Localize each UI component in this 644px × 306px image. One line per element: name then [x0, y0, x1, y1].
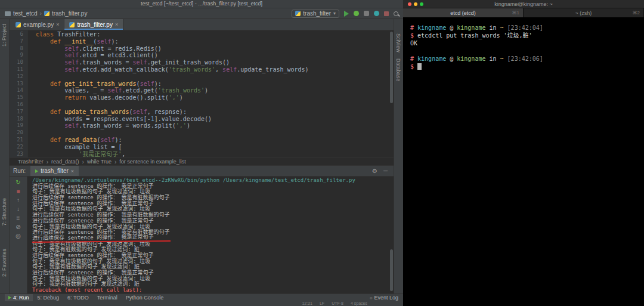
ide-titlebar: test_etcd [~/test_etcd] - .../trash_filt… — [0, 0, 403, 8]
breadcrumb-file[interactable]: trash_filter.py — [52, 10, 87, 17]
close-icon[interactable]: × — [71, 168, 74, 174]
run-toolbar-actions: trash_filter ▾ — [292, 10, 398, 18]
ide-navbar: test_etcd › trash_filter.py trash_filter… — [0, 8, 403, 19]
editor-area: example.py × trash_filter.py × 678910111… — [10, 19, 394, 293]
python-file-icon — [69, 22, 75, 27]
run-toolwindow-header: Run: trash_filter × ⚙ ─ — [10, 165, 394, 176]
run-tab-trash-filter[interactable]: trash_filter × — [30, 166, 79, 176]
indent-info[interactable]: 4 spaces — [351, 301, 367, 306]
run-console-toolbar: ↻ ■ ↑ ↓ ≡ ⊘ ◎ — [10, 177, 27, 293]
stop-button[interactable] — [384, 11, 389, 16]
ide-body: 1: Project 7: Structure 2: Favorites exa… — [0, 19, 403, 293]
minimize-icon[interactable]: ─ — [383, 168, 388, 174]
sidebar-item-structure[interactable]: 7: Structure — [1, 198, 7, 226]
screen: test_etcd [~/test_etcd] - .../trash_filt… — [0, 0, 644, 306]
run-toolwindow-title: Run: — [10, 168, 30, 174]
console-output[interactable]: /Users/kingname/.virtualenvs/test_etcd--… — [27, 177, 394, 293]
toolwindow-run-button[interactable]: 4: Run — [5, 294, 33, 302]
button-label: 4: Run — [13, 294, 29, 302]
caret-position[interactable]: 12:21 — [302, 301, 312, 306]
navigation-breadcrumb: test_etcd › trash_filter.py — [5, 10, 87, 17]
toolwindow-buttons: 4: Run 5: Debug 6: TODO Terminal Python … — [5, 294, 167, 302]
stop-button-console[interactable]: ■ — [16, 188, 20, 195]
toolwindow-python-console-button[interactable]: Python Console — [122, 294, 168, 302]
chevron-icon: › — [114, 159, 116, 165]
gutter[interactable]: 67891011121314151617181920212223 — [10, 30, 27, 157]
toolwindow-terminal-button[interactable]: Terminal — [94, 294, 121, 302]
pycharm-window: test_etcd [~/test_etcd] - .../trash_filt… — [0, 0, 403, 306]
left-toolwindow-stripe: 1: Project 7: Structure 2: Favorites — [0, 19, 10, 293]
tab-shortcut: ⌘2 — [633, 10, 640, 16]
right-toolwindow-stripe: SciView Database — [394, 19, 403, 293]
chevron-icon: › — [47, 159, 48, 165]
button-label: 5: Debug — [38, 294, 60, 302]
button-label: 6: TODO — [67, 294, 89, 302]
breadcrumb-project[interactable]: test_etcd — [13, 10, 38, 17]
terminal-tab-etcd[interactable]: etcd (etcd) ⌘1 — [403, 8, 524, 17]
up-stack-trace-button[interactable]: ↑ — [17, 197, 20, 204]
terminal-window: kingname@kingname: ~ etcd (etcd) ⌘1 ~ (z… — [403, 0, 644, 306]
terminal-titlebar: kingname@kingname: ~ — [403, 0, 644, 8]
editor-scrollbar[interactable] — [389, 30, 394, 157]
run-icon — [35, 169, 38, 173]
run-config-label: trash_filter — [303, 10, 331, 17]
run-icon — [8, 296, 11, 299]
code-lines[interactable]: class TrashFilter: def __init__(self): s… — [27, 30, 394, 157]
run-tab-label: trash_filter — [41, 168, 69, 174]
event-log-label: Event Log — [374, 295, 398, 301]
close-icon[interactable]: × — [56, 21, 59, 27]
breadcrumb-method[interactable]: read_data() — [51, 159, 79, 165]
chevron-icon: › — [82, 159, 84, 165]
terminal-output[interactable]: # kingname @ kingname in ~ [23:42:04]$ e… — [403, 18, 644, 306]
sidebar-item-favorites[interactable]: 2: Favorites — [1, 249, 7, 277]
breadcrumb-class[interactable]: TrashFilter — [18, 159, 44, 165]
coverage-button[interactable] — [364, 11, 369, 16]
event-log-button[interactable]: ○ Event Log — [370, 295, 398, 301]
tab-trash-filter-py[interactable]: trash_filter.py × — [64, 19, 123, 30]
chevron-icon: › — [40, 10, 42, 17]
run-header-controls: ⚙ ─ — [372, 168, 394, 174]
python-file-icon — [16, 22, 21, 27]
clock-icon: ○ — [370, 295, 373, 301]
sidebar-item-project[interactable]: 1: Project — [1, 24, 7, 47]
close-icon[interactable]: × — [115, 21, 118, 27]
python-icon — [295, 11, 301, 16]
tab-label: ~ (zsh) — [575, 10, 592, 16]
profiler-button[interactable] — [374, 11, 379, 16]
debug-button[interactable] — [354, 11, 359, 16]
down-stack-trace-button[interactable]: ↓ — [17, 206, 20, 213]
console-scrollbar[interactable] — [389, 177, 394, 293]
run-config-selector[interactable]: trash_filter ▾ — [292, 10, 339, 18]
chevron-down-icon: ▾ — [333, 11, 336, 16]
run-button[interactable] — [344, 11, 349, 17]
breadcrumb-while[interactable]: while True — [87, 159, 112, 165]
statusbar-right: ○ Event Log — [370, 295, 398, 301]
clear-console-button[interactable]: ⊘ — [16, 224, 20, 231]
search-icon[interactable] — [394, 11, 398, 16]
code-editor[interactable]: 67891011121314151617181920212223 class T… — [10, 30, 394, 157]
file-encoding[interactable]: UTF-8 — [332, 301, 343, 306]
terminal-tab-zsh[interactable]: ~ (zsh) ⌘2 — [524, 8, 644, 17]
toolwindow-todo-button[interactable]: 6: TODO — [64, 294, 92, 302]
ide-statusbar: 4: Run 5: Debug 6: TODO Terminal Python … — [0, 293, 403, 301]
terminal-tabbar: etcd (etcd) ⌘1 ~ (zsh) ⌘2 — [403, 8, 644, 18]
rerun-button[interactable]: ↻ — [16, 179, 20, 186]
sidebar-item-database[interactable]: Database — [395, 58, 401, 82]
gear-icon[interactable]: ⚙ — [372, 168, 377, 174]
line-separator[interactable]: LF — [320, 301, 324, 306]
terminal-window-title: kingname@kingname: ~ — [403, 0, 644, 8]
sidebar-item-sciview[interactable]: SciView — [395, 33, 401, 52]
editor-breadcrumbs: TrashFilter › read_data() › while True ›… — [10, 157, 394, 165]
breadcrumb-for[interactable]: for sentence in example_list — [119, 159, 186, 165]
folder-icon — [5, 11, 11, 16]
tab-shortcut: ⌘1 — [512, 10, 519, 16]
toolwindow-debug-button[interactable]: 5: Debug — [34, 294, 63, 302]
restore-layout-button[interactable]: ≡ — [17, 215, 20, 222]
button-label: Python Console — [126, 294, 164, 302]
ide-window-title: test_etcd [~/test_etcd] - .../trash_filt… — [141, 1, 262, 7]
pin-tab-button[interactable]: ◎ — [16, 233, 21, 240]
ide-status-info: 12:21 LF UTF-8 4 spaces — [0, 301, 403, 306]
run-toolwindow: ↻ ■ ↑ ↓ ≡ ⊘ ◎ /Users/kingname/.virtualen… — [10, 176, 394, 293]
button-label: Terminal — [97, 294, 117, 302]
tab-example-py[interactable]: example.py × — [11, 19, 64, 30]
